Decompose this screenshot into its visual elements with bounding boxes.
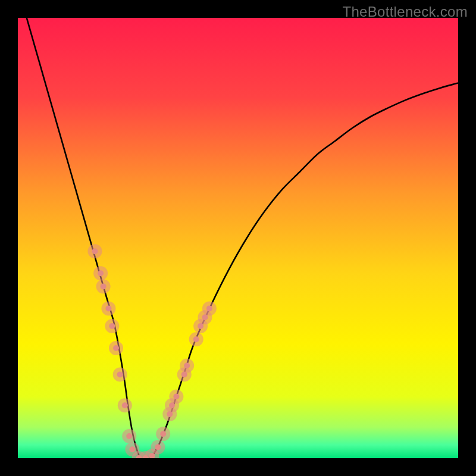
data-marker-core <box>113 345 119 351</box>
data-marker-core <box>155 444 161 450</box>
data-marker-core <box>206 305 212 311</box>
bottleneck-curve <box>27 18 458 458</box>
curve-layer <box>18 18 458 458</box>
marker-layer <box>88 244 217 458</box>
data-marker-core <box>92 248 98 254</box>
data-marker-core <box>105 305 111 311</box>
data-marker-core <box>173 393 179 399</box>
data-marker-core <box>98 270 104 276</box>
data-marker-core <box>184 363 190 369</box>
data-marker-core <box>129 446 135 452</box>
data-marker-core <box>101 283 107 289</box>
data-marker-core <box>193 336 199 342</box>
data-marker-core <box>160 431 166 437</box>
data-marker-core <box>122 402 128 408</box>
data-marker-core <box>109 323 115 329</box>
data-marker-core <box>117 371 123 377</box>
chart-frame: TheBottleneck.com <box>0 0 476 476</box>
data-marker-core <box>126 433 132 439</box>
plot-area <box>18 18 458 458</box>
watermark-text: TheBottleneck.com <box>342 4 468 20</box>
